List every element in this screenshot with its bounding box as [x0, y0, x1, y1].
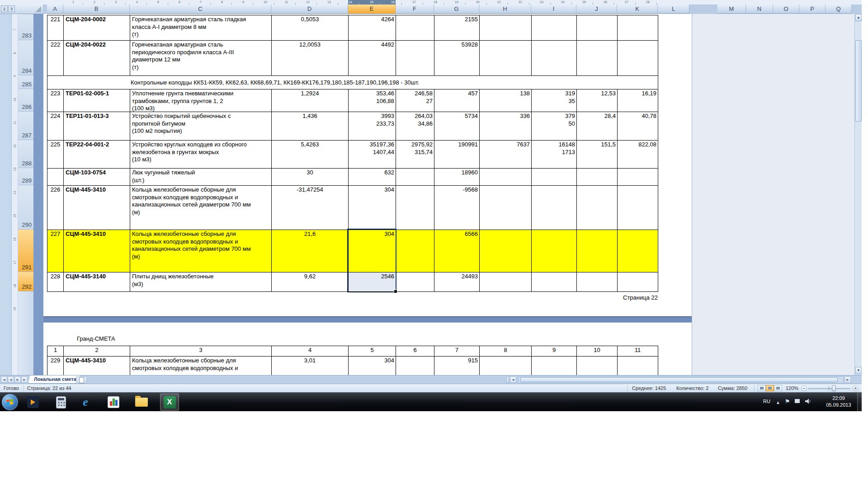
show-hidden-icons-button[interactable]: ▲ — [776, 400, 780, 405]
cell-d[interactable]: 9,62 — [272, 272, 349, 292]
column-header-B[interactable]: B — [63, 5, 130, 14]
horizontal-scrollbar[interactable] — [518, 376, 844, 383]
cell-k[interactable] — [618, 272, 658, 292]
cell-f[interactable] — [396, 230, 434, 272]
cell-num[interactable]: 226 — [47, 186, 64, 230]
cell-g[interactable]: 18960 — [434, 169, 480, 186]
cell-desc[interactable]: Устройство круглых колодцев из сборного … — [130, 141, 272, 169]
cell-g[interactable]: -9568 — [434, 186, 480, 230]
cell-num[interactable] — [47, 169, 64, 186]
cell-code[interactable]: СЦМ-204-0022 — [64, 41, 130, 76]
cell-j[interactable] — [577, 41, 618, 76]
cell-i[interactable]: 319 35 — [532, 89, 577, 112]
column-header-G[interactable]: G — [434, 5, 479, 14]
scroll-down-button[interactable]: ▼ — [855, 367, 862, 374]
cell-desc[interactable]: Кольца железобетонные сборные для смотро… — [130, 186, 272, 230]
cell-d[interactable]: 30 — [272, 169, 349, 186]
cell-f[interactable] — [396, 186, 434, 230]
cell-j[interactable] — [577, 15, 618, 41]
cell-j[interactable] — [577, 186, 618, 230]
taskbar-excel-button[interactable]: X — [160, 394, 179, 411]
outline-level-button-3[interactable]: 3 — [8, 5, 15, 12]
taskbar-clock[interactable]: 22:09 05.09.2013 — [819, 395, 858, 408]
cell-code[interactable]: ТЕР22-04-001-2 — [64, 141, 130, 169]
cell-h[interactable] — [480, 186, 532, 230]
cell-e[interactable]: 35197,36 1407,44 — [349, 141, 396, 169]
cell-e[interactable]: 353,46 106,88 — [349, 89, 396, 112]
column-header-F[interactable]: F — [396, 5, 434, 14]
zoom-out-button[interactable]: − — [801, 385, 807, 391]
zoom-in-button[interactable]: + — [853, 385, 859, 391]
cell-d[interactable]: 1,2924 — [272, 89, 349, 112]
cell-i[interactable] — [532, 272, 577, 292]
column-header-O[interactable]: O — [773, 5, 799, 14]
column-header-L[interactable]: L — [658, 5, 689, 14]
tab-next-button[interactable]: ► — [14, 376, 21, 383]
column-header-J[interactable]: J — [576, 5, 617, 14]
language-indicator[interactable]: RU — [763, 399, 770, 404]
tab-last-button[interactable]: ► — [21, 376, 28, 383]
vertical-scroll-thumb[interactable] — [855, 40, 862, 122]
tab-first-button[interactable]: ◄ — [1, 376, 7, 383]
zoom-slider-track[interactable] — [808, 388, 850, 389]
hscroll-left-button[interactable]: ◄ — [510, 376, 516, 383]
cell-h[interactable] — [480, 272, 532, 292]
select-all-triangle-icon[interactable] — [35, 6, 41, 12]
cell-f[interactable] — [396, 357, 434, 375]
row-header-288[interactable]: 288 — [18, 140, 33, 168]
cell-g[interactable]: 190991 — [434, 141, 480, 169]
horizontal-scroll-thumb[interactable] — [520, 377, 838, 382]
select-all-corner[interactable]: 2 3 — [0, 5, 43, 14]
cell-h[interactable]: 336 — [480, 112, 532, 141]
cell-j[interactable]: 12,53 — [577, 89, 618, 112]
cell-j[interactable]: 28,4 — [577, 112, 618, 141]
cell-g[interactable]: 6566 — [434, 230, 480, 272]
insert-worksheet-button[interactable] — [76, 376, 87, 384]
cell-g[interactable]: 2155 — [434, 15, 480, 41]
cell-desc[interactable]: Кольца железобетонные сборные для смотро… — [130, 357, 272, 375]
cell-g[interactable]: 457 — [434, 89, 480, 112]
cell-desc[interactable]: Кольца железобетонные сборные для смотро… — [130, 230, 272, 272]
cell-code[interactable]: СЦМ-445-3410 — [64, 186, 130, 230]
row-header-292[interactable]: 292 — [18, 272, 33, 291]
cell-d[interactable]: 21,6 — [272, 230, 349, 272]
merged-note-row[interactable]: Контрольные колодцы КК51-КК59, КК62,63, … — [47, 76, 658, 89]
row-header-287[interactable]: 287 — [18, 112, 33, 140]
cell-h[interactable] — [480, 230, 532, 272]
network-icon[interactable] — [795, 399, 800, 404]
cell-desc[interactable]: Плиты днищ железобетонные (м3) — [130, 272, 272, 292]
row-header-285[interactable]: 285 — [18, 75, 33, 89]
taskbar-explorer-button[interactable] — [132, 394, 151, 411]
cell-i[interactable] — [532, 169, 577, 186]
cell-g[interactable]: 53928 — [434, 41, 480, 76]
cell-g[interactable]: 915 — [434, 357, 480, 375]
cell-e[interactable]: 304 — [349, 357, 396, 375]
cell-k[interactable] — [618, 357, 658, 375]
cell-k[interactable] — [618, 15, 658, 41]
action-center-icon[interactable]: ⚑ — [785, 398, 790, 405]
cell-code[interactable]: СЦМ-103-0754 — [64, 169, 130, 186]
cell-g[interactable]: 5734 — [434, 112, 480, 141]
cell-d[interactable]: 1,436 — [272, 112, 349, 141]
start-button[interactable] — [2, 394, 18, 410]
cell-e[interactable]: 4264 — [349, 15, 396, 41]
cell-i[interactable]: 379 50 — [532, 112, 577, 141]
cell-code[interactable]: СЦМ-204-0002 — [64, 15, 130, 41]
column-header-P[interactable]: P — [799, 5, 826, 14]
cell-j[interactable]: 151,5 — [577, 141, 618, 169]
cell-code[interactable]: ТЕР01-02-005-1 — [64, 89, 130, 112]
cell-code[interactable]: СЦМ-445-3410 — [64, 230, 130, 272]
cell-num[interactable]: 227 — [47, 230, 64, 272]
cell-j[interactable] — [577, 169, 618, 186]
taskbar-calculator-button[interactable] — [52, 394, 71, 411]
volume-icon[interactable] — [805, 398, 811, 405]
cell-f[interactable] — [396, 41, 434, 76]
row-header-284[interactable]: 284 — [18, 40, 33, 75]
cell-e[interactable]: 3993 233,73 — [349, 112, 396, 141]
view-page-break-button[interactable] — [774, 385, 782, 391]
row-header-290[interactable]: 290 — [18, 185, 33, 230]
cell-d[interactable]: -31,47254 — [272, 186, 349, 230]
cell-k[interactable]: 822,08 — [618, 141, 658, 169]
cell-i[interactable] — [532, 357, 577, 375]
cell-f[interactable]: 2975,92 315,74 — [396, 141, 434, 169]
